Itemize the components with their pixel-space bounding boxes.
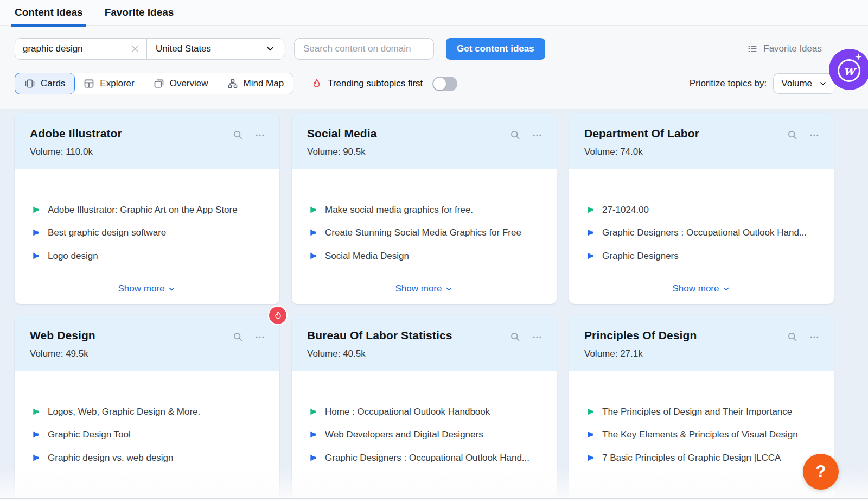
- content-idea-text[interactable]: Logos, Web, Graphic Design & More.: [48, 406, 200, 417]
- topic-card: Web Design Volume: 49.5k Logos, Web, Gra…: [15, 315, 279, 501]
- content-idea-text[interactable]: Web Developers and Digital Designers: [325, 429, 483, 440]
- prioritize-label: Prioritize topics by:: [690, 78, 767, 89]
- content-idea-text[interactable]: Graphic Design Tool: [48, 429, 131, 440]
- content-idea-text[interactable]: Best graphic design software: [48, 227, 166, 238]
- trending-toggle[interactable]: [432, 77, 457, 91]
- toggle-knob: [433, 78, 446, 90]
- megaphone-icon: [307, 205, 317, 215]
- megaphone-icon: [30, 429, 40, 440]
- content-idea-item[interactable]: Graphic design vs. web design: [30, 452, 264, 464]
- bottom-edge: [0, 498, 868, 501]
- card-title[interactable]: Social Media: [307, 127, 541, 140]
- assistant-logo-letter: w: [844, 62, 855, 78]
- trending-subtopics-control: Trending subtopics first: [311, 77, 457, 91]
- card-title[interactable]: Web Design: [30, 329, 264, 342]
- content-idea-text[interactable]: Logo design: [48, 250, 98, 262]
- content-idea-text[interactable]: Home : Occupational Outlook Handbook: [325, 406, 490, 417]
- megaphone-icon: [307, 407, 317, 417]
- megaphone-icon: [30, 227, 40, 238]
- card-header: Adobe Illustrator Volume: 110.0k: [15, 113, 279, 169]
- ellipsis-menu-icon[interactable]: [809, 332, 820, 343]
- view-mindmap-button[interactable]: Mind Map: [218, 73, 293, 94]
- content-idea-item[interactable]: Web Developers and Digital Designers: [307, 429, 541, 440]
- prioritize-value: Volume: [781, 78, 812, 89]
- ellipsis-menu-icon[interactable]: [532, 332, 542, 343]
- content-idea-item[interactable]: Home : Occupational Outlook Handbook: [307, 406, 541, 417]
- card-volume: Volume: 90.5k: [307, 147, 541, 157]
- country-select[interactable]: United States: [147, 39, 284, 59]
- card-title[interactable]: Bureau Of Labor Statistics: [307, 329, 541, 342]
- content-idea-text[interactable]: Graphic Designers : Occupational Outlook…: [325, 452, 529, 464]
- card-title[interactable]: Principles Of Design: [584, 329, 819, 342]
- prioritize-select[interactable]: Volume: [773, 73, 835, 94]
- content-idea-text[interactable]: Graphic design vs. web design: [48, 452, 174, 464]
- keyword-input[interactable]: [23, 43, 130, 54]
- content-idea-text[interactable]: Graphic Designers : Occupational Outlook…: [602, 227, 807, 238]
- megaphone-icon: [584, 453, 595, 463]
- view-cards-button[interactable]: Cards: [15, 73, 75, 94]
- show-more-link[interactable]: Show more: [118, 283, 176, 294]
- keyword-input-wrap: [15, 39, 147, 59]
- favorite-ideas-label: Favorite Ideas: [763, 43, 822, 54]
- megaphone-icon: [307, 429, 317, 440]
- content-idea-item[interactable]: The Key Elements & Principles of Visual …: [584, 429, 819, 440]
- search-icon[interactable]: [787, 331, 798, 343]
- ellipsis-menu-icon[interactable]: [532, 130, 542, 141]
- search-icon[interactable]: [232, 331, 244, 343]
- search-icon[interactable]: [787, 129, 798, 141]
- content-idea-item[interactable]: Graphic Designers: [584, 250, 819, 262]
- search-icon[interactable]: [509, 331, 521, 343]
- content-idea-item[interactable]: 7 Basic Principles of Graphic Design |LC…: [584, 452, 819, 464]
- content-idea-text[interactable]: 7 Basic Principles of Graphic Design |LC…: [602, 452, 781, 464]
- megaphone-icon: [307, 453, 317, 463]
- view-explorer-button[interactable]: Explorer: [74, 73, 144, 94]
- card-title[interactable]: Adobe Illustrator: [30, 127, 264, 140]
- content-idea-item[interactable]: Make social media graphics for free.: [307, 204, 541, 215]
- content-idea-text[interactable]: Make social media graphics for free.: [325, 204, 473, 215]
- content-idea-item[interactable]: Adobe Illustrator: Graphic Art on the Ap…: [30, 204, 264, 215]
- trending-label: Trending subtopics first: [328, 78, 423, 89]
- content-idea-item[interactable]: Graphic Design Tool: [30, 429, 264, 440]
- show-more-link[interactable]: Show more: [395, 283, 454, 294]
- content-idea-item[interactable]: Social Media Design: [307, 250, 541, 262]
- content-idea-item[interactable]: 27-1024.00: [584, 204, 819, 215]
- get-content-ideas-button[interactable]: Get content ideas: [446, 38, 545, 60]
- content-idea-item[interactable]: The Principles of Design and Their Impor…: [584, 406, 819, 417]
- search-icon[interactable]: [509, 129, 521, 141]
- content-idea-item[interactable]: Graphic Designers : Occupational Outlook…: [307, 452, 541, 464]
- content-idea-item[interactable]: Logo design: [30, 250, 264, 262]
- card-header: Department Of Labor Volume: 74.0k: [569, 113, 834, 169]
- chevron-down-icon: [265, 44, 275, 54]
- content-idea-text[interactable]: Adobe Illustrator: Graphic Art on the Ap…: [48, 204, 238, 215]
- search-icon[interactable]: [232, 129, 244, 141]
- content-idea-text[interactable]: The Principles of Design and Their Impor…: [602, 406, 792, 417]
- content-idea-item[interactable]: Logos, Web, Graphic Design & More.: [30, 406, 264, 417]
- clear-keyword-icon[interactable]: [130, 44, 140, 54]
- explorer-icon: [84, 78, 94, 89]
- ellipsis-menu-icon[interactable]: [809, 130, 820, 141]
- help-button[interactable]: ?: [803, 454, 839, 490]
- ellipsis-menu-icon[interactable]: [254, 332, 265, 343]
- content-idea-text[interactable]: Social Media Design: [325, 250, 409, 262]
- ellipsis-menu-icon[interactable]: [254, 130, 265, 141]
- content-idea-item[interactable]: Create Stunning Social Media Graphics fo…: [307, 227, 541, 238]
- tab-bar: Content Ideas Favorite Ideas: [0, 0, 868, 26]
- content-idea-text[interactable]: The Key Elements & Principles of Visual …: [602, 429, 798, 440]
- content-idea-text[interactable]: 27-1024.00: [602, 204, 649, 215]
- content-idea-item[interactable]: Best graphic design software: [30, 227, 264, 238]
- tab-favorite-ideas[interactable]: Favorite Ideas: [105, 0, 174, 26]
- tab-content-ideas[interactable]: Content Ideas: [15, 0, 83, 26]
- content-area: Adobe Illustrator Volume: 110.0k Adobe I…: [0, 109, 868, 501]
- card-title[interactable]: Department Of Labor: [584, 127, 819, 140]
- view-overview-button[interactable]: Overview: [144, 73, 218, 94]
- assistant-widget[interactable]: w: [829, 49, 868, 90]
- card-header: Bureau Of Labor Statistics Volume: 40.5k: [292, 315, 557, 371]
- show-more-link[interactable]: Show more: [673, 283, 731, 294]
- view-cards-label: Cards: [41, 78, 65, 89]
- content-idea-text[interactable]: Graphic Designers: [602, 250, 679, 262]
- domain-search-input[interactable]: [294, 38, 434, 60]
- cards-icon: [24, 78, 35, 89]
- content-idea-text[interactable]: Create Stunning Social Media Graphics fo…: [325, 227, 521, 238]
- content-idea-item[interactable]: Graphic Designers : Occupational Outlook…: [584, 227, 819, 238]
- favorite-ideas-link[interactable]: Favorite Ideas: [747, 43, 822, 54]
